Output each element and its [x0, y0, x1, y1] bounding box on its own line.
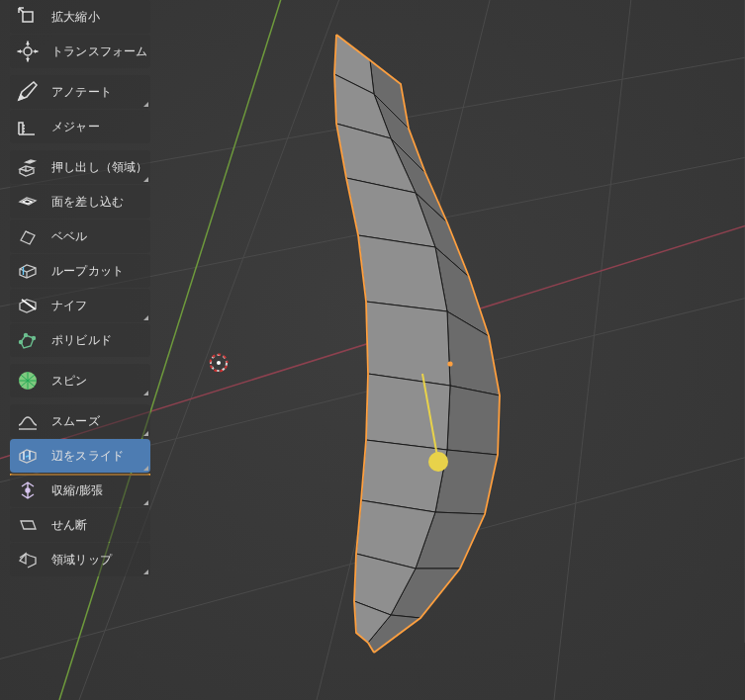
knife-icon — [14, 292, 42, 319]
loopcut-icon — [14, 257, 42, 285]
submenu-indicator-icon — [143, 569, 148, 574]
tool-label: ナイフ — [51, 299, 144, 313]
tool-label: 拡大縮小 — [51, 10, 144, 25]
svg-point-11 — [217, 361, 221, 365]
tool-shear[interactable]: せん断 — [10, 508, 150, 542]
submenu-indicator-icon — [143, 466, 148, 471]
extrude-icon — [14, 153, 42, 181]
svg-point-40 — [33, 337, 36, 340]
edgeslide-icon — [14, 442, 42, 470]
tool-label: スムーズ — [51, 414, 144, 429]
tool-knife[interactable]: ナイフ — [10, 289, 150, 322]
svg-point-42 — [26, 488, 30, 492]
submenu-indicator-icon — [143, 391, 148, 395]
spin-icon — [14, 367, 42, 394]
svg-marker-27 — [358, 235, 447, 311]
tool-annotate[interactable]: アノテート — [10, 75, 150, 109]
tool-label: 押し出し（領域） — [51, 160, 148, 175]
svg-marker-30 — [361, 440, 447, 512]
svg-marker-28 — [366, 302, 450, 386]
inset-icon — [14, 188, 42, 216]
submenu-indicator-icon — [143, 500, 148, 505]
scale-icon — [14, 3, 42, 31]
transform-icon — [14, 38, 42, 65]
tool-label: ポリビルド — [51, 333, 144, 348]
tool-panel: 拡大縮小トランスフォームアノテートメジャー押し出し（領域）面を差し込むベベルルー… — [10, 0, 150, 577]
tool-label: スピン — [51, 374, 144, 389]
shrinkfatten-icon — [14, 477, 42, 504]
submenu-indicator-icon — [143, 315, 148, 320]
tool-label: ループカット — [51, 264, 144, 279]
tool-regionrip[interactable]: 領域リップ — [10, 543, 150, 576]
tool-label: 面を差し込む — [51, 195, 144, 210]
svg-point-39 — [25, 334, 28, 337]
tool-inset[interactable]: 面を差し込む — [10, 185, 150, 219]
svg-marker-18 — [447, 386, 500, 455]
tool-edgeslide[interactable]: 辺をスライド — [10, 439, 150, 473]
tool-shrinkfatten[interactable]: 収縮/膨張 — [10, 474, 150, 507]
svg-point-38 — [20, 341, 23, 344]
tool-spin[interactable]: スピン — [10, 364, 150, 397]
tool-label: 辺をスライド — [51, 449, 144, 464]
tool-extrude[interactable]: 押し出し（領域） — [10, 150, 150, 184]
measure-icon — [14, 113, 42, 140]
svg-point-37 — [24, 47, 32, 55]
tool-smooth[interactable]: スムーズ — [10, 404, 150, 438]
tool-label: 収縮/膨張 — [51, 483, 144, 498]
bevel-icon — [14, 222, 42, 250]
tool-label: 領域リップ — [51, 553, 144, 568]
tool-transform[interactable]: トランスフォーム — [10, 35, 150, 68]
submenu-indicator-icon — [143, 102, 148, 107]
smooth-icon — [14, 407, 42, 435]
tool-label: メジャー — [51, 120, 144, 134]
tool-polybuild[interactable]: ポリビルド — [10, 323, 150, 357]
svg-point-35 — [428, 452, 448, 472]
tool-scale[interactable]: 拡大縮小 — [10, 0, 150, 34]
tool-measure[interactable]: メジャー — [10, 110, 150, 143]
tool-loopcut[interactable]: ループカット — [10, 254, 150, 288]
tool-label: トランスフォーム — [51, 44, 148, 59]
tool-label: せん断 — [51, 518, 144, 533]
svg-marker-29 — [366, 374, 450, 450]
polybuild-icon — [14, 326, 42, 354]
svg-rect-36 — [23, 12, 33, 22]
tool-label: アノテート — [51, 85, 144, 100]
annotate-icon — [14, 78, 42, 106]
vertex-indicator — [447, 361, 452, 366]
tool-label: ベベル — [51, 229, 144, 244]
tool-bevel[interactable]: ベベル — [10, 219, 150, 253]
regionrip-icon — [14, 546, 42, 573]
submenu-indicator-icon — [143, 431, 148, 436]
submenu-indicator-icon — [143, 177, 148, 182]
shear-icon — [14, 511, 42, 539]
